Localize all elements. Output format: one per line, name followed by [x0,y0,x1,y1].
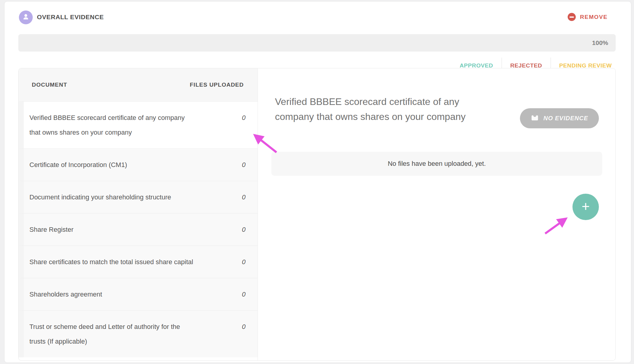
avatar [19,10,33,24]
remove-label: REMOVE [580,14,608,20]
document-name: Trust or scheme deed and Letter of autho… [29,319,198,349]
empty-state: No files have been uploaded, yet. [271,152,602,176]
column-files-uploaded: FILES UPLOADED [190,82,244,88]
add-evidence-button[interactable]: + [572,194,599,220]
document-table: DOCUMENT FILES UPLOADED Verified BBBEE s… [19,68,258,360]
column-document: DOCUMENT [32,82,67,88]
files-count: 0 [242,222,246,237]
document-name: Share certificates to match the total is… [29,255,193,269]
table-row[interactable]: Shareholders agreement 0 [19,278,258,310]
table-header: DOCUMENT FILES UPLOADED [19,68,258,101]
progress-bar: 100% [18,34,616,52]
document-name: Document indicating your shareholding st… [29,190,171,204]
remove-button[interactable]: REMOVE [568,13,608,21]
evidence-panel: DOCUMENT FILES UPLOADED Verified BBBEE s… [18,68,616,361]
document-name: Share Register [29,222,74,237]
detail-title: Verified BBBEE scorecard certificate of … [275,94,473,124]
table-row[interactable]: Certificate of Incorporation (CM1) 0 [19,148,258,181]
detail-panel: Verified BBBEE scorecard certificate of … [258,68,615,360]
inbox-icon [531,114,539,123]
files-count: 0 [242,287,246,302]
progress-percent: 100% [592,39,616,46]
files-count: 0 [242,190,246,204]
document-name: Verified BBBEE scorecard certificate of … [29,110,198,140]
minus-circle-icon [568,13,576,21]
document-name: Shareholders agreement [29,287,102,302]
overall-evidence-card: OVERALL EVIDENCE REMOVE 100% APPROVED RE… [4,1,631,363]
table-row[interactable]: Share certificates to match the total is… [19,246,258,278]
files-count: 0 [242,157,246,172]
table-row[interactable]: Share Register 0 [19,213,258,246]
no-evidence-label: NO EVIDENCE [543,115,588,122]
page-title: OVERALL EVIDENCE [37,13,104,21]
files-count: 0 [242,255,246,269]
files-count: 0 [242,110,246,140]
page: OVERALL EVIDENCE REMOVE 100% APPROVED RE… [0,0,634,364]
table-row[interactable]: Document indicating your shareholding st… [19,181,258,213]
files-count: 0 [242,319,246,349]
table-row[interactable]: Verified BBBEE scorecard certificate of … [19,101,258,148]
empty-message: No files have been uploaded, yet. [388,160,486,168]
no-evidence-badge: NO EVIDENCE [520,108,599,128]
user-icon [22,13,30,22]
document-name: Certificate of Incorporation (CM1) [29,157,127,172]
card-header: OVERALL EVIDENCE REMOVE [18,10,608,27]
plus-icon: + [582,199,590,213]
table-row[interactable]: Trust or scheme deed and Letter of autho… [19,310,258,357]
